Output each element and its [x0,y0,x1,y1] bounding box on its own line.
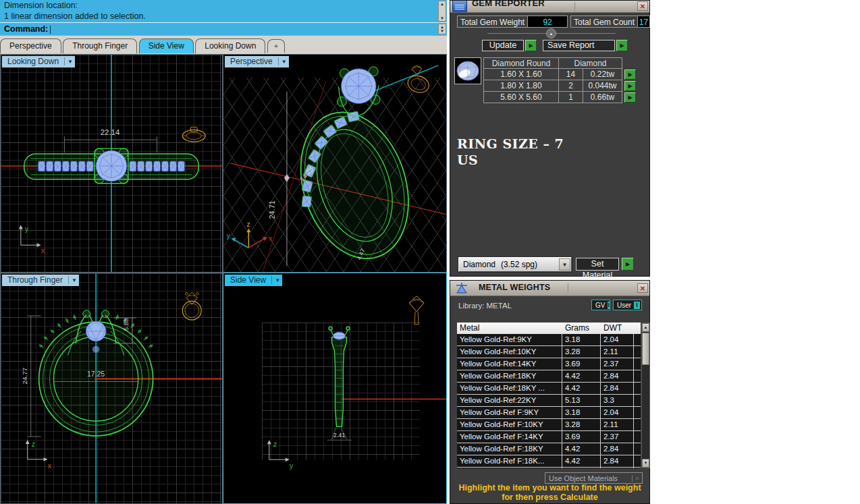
metal-row[interactable]: Yellow Gold-Ref F:9KY3.182.04 [457,407,641,419]
metal-row[interactable]: Yellow Gold-Ref F:14KY3.692.37 [457,431,641,443]
chevron-down-icon[interactable]: ▼ [281,58,287,65]
gem-row-run-button[interactable]: ▶ [624,81,636,91]
scroll-down-icon[interactable]: ▼ [439,28,446,34]
axis-y-label: y [25,225,29,233]
total-gem-count-label: Total Gem Count [571,16,637,27]
chevron-down-icon[interactable]: ▼ [72,277,77,283]
viewport-through-finger[interactable]: Through Finger ▼ [0,273,223,504]
viewport-perspective[interactable]: Perspective ▼ 24.71 [223,54,447,273]
instruction-note-line-1: Highlight the item you want to find the … [450,483,649,493]
save-report-run-button[interactable]: ▶ [616,40,628,51]
axis-gnomon: y x [19,225,45,254]
command-input[interactable]: Command: ▲ ▼ [0,23,447,36]
metal-row[interactable]: Yellow Gold-Ref:10KY3.282.11 [457,346,641,358]
metal-table-header: Metal Grams DWT [457,323,641,334]
close-icon[interactable]: ✕ [637,1,648,11]
viewport-label-looking-down[interactable]: Looking Down ▼ [2,56,75,67]
tab-side-view[interactable]: Side View [139,38,194,53]
gold-ring-side-icon [409,296,424,325]
gem-count: 1 [559,92,583,103]
total-gem-weight-box: Total Gem Weight 92 [457,16,568,28]
material-name: Diamond [463,260,495,269]
toggle-indicator: I [634,302,640,309]
gem-table-header-type: Diamond Round [483,57,559,69]
total-gem-count-box: Total Gem Count 17 [570,16,650,28]
update-run-button[interactable]: ▶ [525,40,537,51]
gem-size: 5.60 X 5.60 [483,92,559,103]
ring-size-line-2: US [457,152,564,168]
chevron-down-icon[interactable]: ▼ [275,277,280,283]
instruction-note: Highlight the item you want to find the … [450,483,649,502]
command-input-scrollbar[interactable]: ▲ ▼ [438,24,446,34]
diamond-thumbnail-icon[interactable] [454,57,481,84]
close-icon[interactable]: ✕ [637,283,648,293]
metal-row[interactable]: Yellow Gold-Ref:14KY3.692.37 [457,358,641,370]
viewport-side-view[interactable]: Side View ▼ [223,273,447,504]
metal-row[interactable]: Yellow Gold-Ref F:10KY3.282.11 [457,419,641,431]
col-dwt: DWT [603,323,637,334]
metal-row[interactable]: Yellow Gold-Ref:22KY5.133.3 [457,395,641,407]
metal-row[interactable]: Yellow Gold-Ref:18KY ...4.422.84 [457,383,641,395]
cad-area: Dimension location: 1 linear dimension a… [0,0,447,504]
update-button-label: Update [489,40,516,50]
viewport-label-perspective[interactable]: Perspective ▼ [225,56,289,67]
gem-table-row[interactable]: 1.80 X 1.80 2 0.044tw ▶ [483,80,636,92]
tab-through-finger[interactable]: Through Finger [63,38,137,53]
metal-weights-titlebar[interactable]: METAL WEIGHTS ✕ [450,281,649,296]
metal-row[interactable]: Yellow Gold-Ref:9KY3.182.04 [457,334,641,346]
gem-row-run-button[interactable]: ▶ [624,92,636,103]
gem-table-row[interactable]: 1.60 X 1.60 14 0.22tw ▶ [483,69,636,80]
save-report-button-label: Save Report [547,40,594,50]
tab-looking-down[interactable]: Looking Down [195,38,265,53]
scroll-up-icon[interactable]: ▲ [642,323,649,332]
ring-top-view-drawing: 22.14 y x [1,55,222,272]
titlebar-separator [574,2,575,11]
ring-size-line-1: RING SIZE – 7 [457,136,564,152]
use-object-materials-toggle[interactable]: Use Object Materials ○ [545,472,643,484]
library-label: Library: METAL [458,302,512,310]
ring-front-view-drawing: 24.77 5.88 17.25 z x [1,273,222,503]
command-history-scrollbar[interactable]: ▲ ▼ [438,1,446,22]
viewport-label-through-finger[interactable]: Through Finger ▼ [2,275,79,286]
metal-row[interactable]: Yellow Gold-Ref F:22KY5.133.3 [457,468,641,468]
toggle-indicator: I [608,302,610,309]
scrollbar-thumb[interactable] [642,333,649,365]
gem-table-row[interactable]: 5.60 X 5.60 1 0.66tw ▶ [483,92,636,103]
gem-row-run-button[interactable]: ▶ [624,69,636,80]
metal-row[interactable]: Yellow Gold-Ref F:18K...4.422.84 [457,455,641,468]
gv-toggle-button[interactable]: GV I [591,300,610,310]
material-detail: (3.52 spg) [501,260,537,269]
collapse-toggle[interactable]: ▲ [546,28,556,38]
metal-weights-panel: METAL WEIGHTS ✕ Library: METAL GV I User… [450,280,650,504]
chevron-down-icon[interactable]: ▼ [68,58,73,65]
metal-row[interactable]: Yellow Gold-Ref F:18KY4.422.84 [457,443,641,455]
set-material-run-button[interactable]: ▶ [622,258,634,271]
gem-reporter-titlebar[interactable]: GEM REPORTER ✕ [450,1,649,13]
command-history[interactable]: Dimension location: 1 linear dimension a… [0,0,447,23]
metal-table-scrollbar[interactable]: ▲ ▼ [641,323,650,468]
save-report-button[interactable]: Save Report [543,40,615,51]
axis-gnomon: z x [26,440,52,470]
label-separator [271,276,272,284]
panel-title: GEM REPORTER [472,1,545,8]
update-button[interactable]: Update [482,40,524,51]
metal-table[interactable]: Metal Grams DWT Yellow Gold-Ref:9KY3.182… [457,323,641,468]
material-dropdown[interactable]: Diamond (3.52 spg) ▼ [458,257,572,272]
tab-perspective[interactable]: Perspective [0,38,61,53]
instruction-note-line-2: for then press Calculate [450,493,649,502]
dimension-label-width: 22.14 [101,128,120,136]
add-viewport-tab[interactable]: + [267,39,285,53]
set-material-button[interactable]: Set Material [576,258,619,271]
dropdown-button[interactable]: ▼ [559,258,570,271]
axis-z-label: z [273,440,277,448]
user-toggle-button[interactable]: User I [613,300,642,310]
viewport-label-side-view[interactable]: Side View ▼ [225,275,282,286]
scroll-down-icon[interactable]: ▼ [439,16,446,21]
scroll-down-icon[interactable]: ▼ [642,459,649,468]
scroll-up-icon[interactable]: ▲ [439,1,446,7]
metal-row[interactable]: Yellow Gold-Ref:18KY4.422.84 [457,370,641,383]
viewport-looking-down[interactable]: Looking Down ▼ [0,54,223,273]
play-icon: ▶ [529,43,533,49]
dimension-label-inner: 17.25 [87,370,105,378]
play-icon: ▶ [628,94,632,101]
